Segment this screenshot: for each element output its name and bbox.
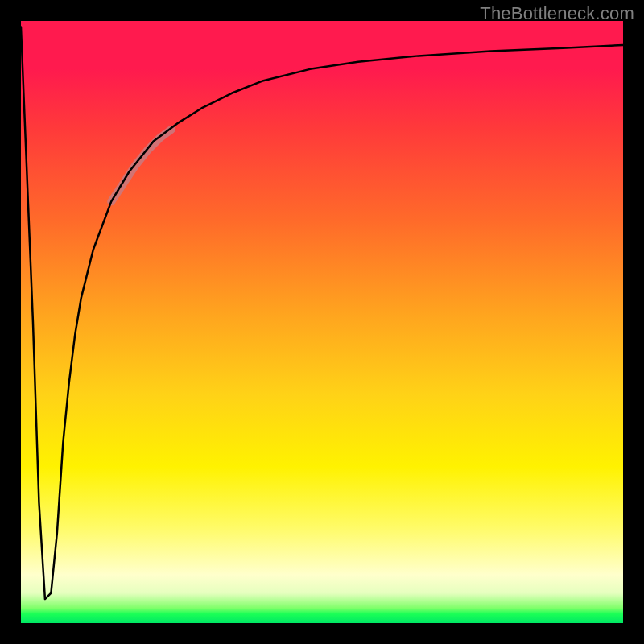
highlight-segment (111, 130, 171, 202)
curve-svg (21, 21, 623, 623)
plot-area (21, 21, 623, 623)
watermark-text: TheBottleneck.com (480, 3, 634, 24)
chart-frame: TheBottleneck.com (0, 0, 644, 644)
main-curve (21, 27, 623, 599)
